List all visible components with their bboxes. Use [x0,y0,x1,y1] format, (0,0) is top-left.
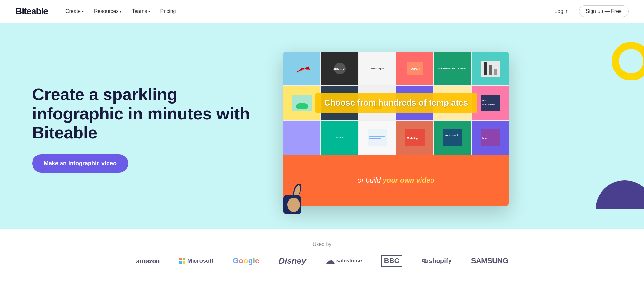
thumbs-up-decoration [280,182,312,222]
salesforce-cloud-icon: ☁ [326,256,335,266]
orange-bar-highlight: your own video [383,176,434,184]
nav-right: Log in Sign up — Free [549,5,629,17]
hero-left: Create a sparkling infographic in minute… [0,72,270,192]
decorative-arch [596,180,644,209]
orange-bar-text: or build your own video [357,176,435,184]
nav-resources[interactable]: Resources ▾ [90,6,126,17]
hero-right: JUNE 25 Annual Report SUPER SUPERFAST BR… [270,35,644,229]
orange-bar: or build your own video [283,155,509,206]
shopify-bag-icon: 🛍 [422,258,428,264]
logos-row: amazon Microsoft Google Disney ☁ salesfo… [15,255,629,267]
logo-disney: Disney [279,256,306,266]
logo-bbc: BBC [381,255,402,267]
signup-button[interactable]: Sign up — Free [579,5,629,17]
decorative-ring [612,42,644,80]
svg-point-36 [287,198,300,212]
collage-overlay: Choose from hundreds of templates [283,52,509,155]
nav-teams[interactable]: Teams ▾ [127,6,154,17]
login-button[interactable]: Log in [549,6,574,17]
overlay-heading: Choose from hundreds of templates [324,98,468,108]
logo-microsoft: Microsoft [179,258,213,264]
logo-amazon: amazon [136,257,160,265]
chevron-down-icon: ▾ [82,10,84,13]
chevron-down-icon: ▾ [148,10,150,13]
navbar: Biteable Create ▾ Resources ▾ Teams ▾ Pr… [0,0,644,23]
cta-button[interactable]: Make an infographic video [32,154,128,173]
hero-title: Create a sparkling infographic in minute… [32,85,270,143]
used-by-section: Used by amazon Microsoft Google Disney ☁… [0,229,644,273]
hero-section: Create a sparkling infographic in minute… [0,23,644,229]
logo-salesforce: ☁ salesforce [326,256,362,266]
nav-create[interactable]: Create ▾ [61,6,88,17]
logo-samsung: SAMSUNG [471,256,508,265]
brand-logo[interactable]: Biteable [15,6,48,16]
nav-pricing[interactable]: Pricing [156,6,181,17]
chevron-down-icon: ▾ [120,10,121,13]
nav-links: Create ▾ Resources ▾ Teams ▾ Pricing [61,6,549,17]
overlay-text-box: Choose from hundreds of templates [315,93,477,113]
microsoft-grid-icon [179,258,185,264]
collage-card: JUNE 25 Annual Report SUPER SUPERFAST BR… [283,52,509,206]
used-by-label: Used by [15,241,629,247]
logo-google: Google [233,256,260,265]
logo-shopify: 🛍 shopify [422,257,452,265]
